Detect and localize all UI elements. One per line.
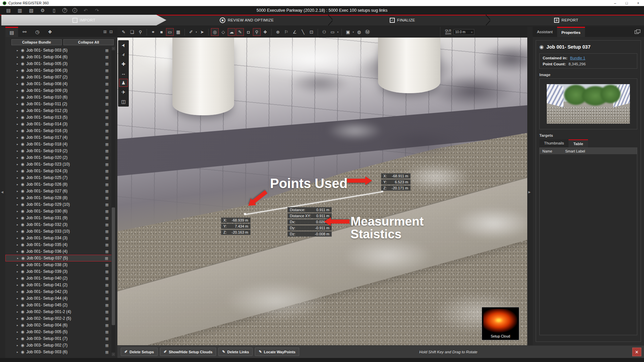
setup-image-icon[interactable]: ▦	[105, 189, 109, 193]
view-tool-icon[interactable]: ♟	[119, 79, 128, 87]
expand-arrow-icon[interactable]: ▸	[17, 263, 21, 266]
view-tool-icon[interactable]: ➢	[119, 51, 128, 59]
tab-assistant[interactable]: Assistant	[533, 27, 557, 37]
setup-image-icon[interactable]: ▦	[105, 102, 109, 106]
setup-tree-item[interactable]: ▸ ◉ Job 001- Setup 012 (3) ▦	[5, 107, 112, 114]
setup-image-icon[interactable]: ▦	[105, 169, 109, 173]
sidebar-tab[interactable]: ⚯	[18, 27, 31, 37]
setup-tree-item[interactable]: ▸ ◉ Job 001- Setup 011 (2) ▦	[5, 101, 112, 107]
setup-tree-item[interactable]: ▸ ◉ Job 001- Setup 010 (6) ▦	[5, 94, 112, 101]
setup-tree-item[interactable]: ▸ ◉ Job 001- Setup 042 (3) ▦	[5, 288, 112, 295]
expand-arrow-icon[interactable]: ▸	[17, 230, 21, 233]
expand-arrow-icon[interactable]: ▸	[17, 277, 21, 280]
column-smart-label[interactable]: Smart Label	[564, 149, 637, 153]
toolbar-icon[interactable]: ∠ ▾	[291, 28, 299, 36]
setup-image-icon[interactable]: ▦	[105, 115, 109, 120]
expand-arrow-icon[interactable]: ▸	[17, 129, 21, 132]
expand-arrow-icon[interactable]: ▸	[17, 344, 21, 347]
expand-arrow-icon[interactable]: ▸	[17, 270, 21, 273]
setup-tree-item[interactable]: ▸ ◉ Job 001- Setup 040 (2) ▦	[5, 275, 112, 282]
toolbar-icon[interactable]: ⚇ ▾	[320, 28, 328, 36]
bundle-link[interactable]: Bundle 1	[570, 56, 585, 60]
expand-arrow-icon[interactable]: ▸	[17, 330, 21, 334]
setup-image-icon[interactable]: ▦	[105, 337, 109, 341]
setup-image-icon[interactable]: ▦	[105, 243, 109, 247]
bottom-bar-button[interactable]: ✎ Delete Links	[218, 348, 253, 356]
expand-arrow-icon[interactable]: ▸	[17, 190, 21, 193]
close-button[interactable]: ×	[637, 1, 639, 5]
expand-arrow-icon[interactable]: ▸	[17, 69, 21, 72]
setup-tree-item[interactable]: ▸ ◉ Job 001- Setup 003 (5) ▦	[5, 47, 112, 54]
toolbar-icon[interactable]: ▾	[184, 29, 185, 36]
toolbar-icon[interactable]: ✎ ▾	[120, 28, 127, 36]
setup-image-icon[interactable]: ▦	[105, 68, 109, 73]
expand-arrow-icon[interactable]: ▸	[17, 62, 21, 65]
dropdown-caret-icon[interactable]: ▾	[353, 31, 354, 34]
menu-icon[interactable]: i	[72, 8, 77, 13]
toolbar-icon[interactable]: ⚲ ▾	[137, 28, 144, 36]
expand-arrow-icon[interactable]: ▸	[17, 163, 21, 166]
setup-tree-item[interactable]: ▸ ◉ Job 002- Setup 005 (5) ▦	[5, 328, 112, 335]
toolbar-icon[interactable]: ◎ ▾	[211, 28, 219, 36]
setup-image-icon[interactable]: ▦	[105, 296, 109, 301]
setup-image-icon[interactable]: ▦	[105, 330, 109, 334]
setup-tree-item[interactable]: ▸ ◉ Job 001- Setup 032 (3) ▦	[5, 221, 112, 228]
toolbar-icon[interactable]: ■ ▾	[158, 28, 165, 36]
setup-tree-item[interactable]: ▸ ◉ Job 001- Setup 007 (2) ▦	[5, 74, 112, 80]
setup-tree-item[interactable]: ▸ ◉ Job 001- Setup 038 (3) ▦	[5, 261, 112, 268]
toolbar-icon[interactable]: ▾	[318, 29, 318, 36]
expand-arrow-icon[interactable]: ▸	[17, 89, 21, 92]
setup-image-icon[interactable]: ▦	[105, 316, 109, 321]
menu-icon[interactable]: ▯	[51, 8, 57, 13]
setup-image-icon[interactable]: ▦	[105, 276, 109, 281]
expand-arrow-icon[interactable]: ▸	[17, 210, 21, 213]
menu-icon[interactable]: ↶	[83, 8, 89, 13]
setup-image-icon[interactable]: ▦	[105, 269, 109, 274]
setup-tree-item[interactable]: ▸ ◉ Job 003- Setup 001 (7) ▦	[5, 335, 112, 342]
setup-image-icon[interactable]: ▦	[105, 176, 109, 180]
expand-arrow-icon[interactable]: ▸	[17, 76, 21, 79]
setup-tree-item[interactable]: ▸ ◉ Job 001- Setup 009 (3) ▦	[5, 87, 112, 94]
toolbar-icon[interactable]: ▦ ▾	[174, 28, 182, 36]
setup-tree-item[interactable]: ▸ ◉ Job 001- Setup 031 (9) ▦	[5, 215, 112, 221]
setup-tree-item[interactable]: ▸ ◉ Job 002- Setup 002-2 (5) ▦	[5, 315, 112, 322]
setup-image-icon[interactable]: ▦	[105, 223, 109, 227]
setup-tree-item[interactable]: ▸ ◉ Job 001- Setup 025 (7) ▦	[5, 174, 112, 181]
expand-arrow-icon[interactable]: ▸	[17, 243, 21, 246]
setup-tree-item[interactable]: ▸ ◉ Job 001- Setup 035 (4) ▦	[5, 241, 112, 248]
toolbar-icon[interactable]: ▭ ▾	[329, 28, 336, 36]
sidebar-tab[interactable]: ◷	[31, 27, 44, 37]
menu-icon[interactable]: ⚙	[40, 8, 46, 13]
expand-arrow-icon[interactable]: ▸	[17, 304, 21, 307]
expand-arrow-icon[interactable]: ▸	[17, 237, 21, 240]
toolbar-icon[interactable]: ⚲ ▾	[253, 28, 261, 36]
bottom-bar-button[interactable]: ✎ Locate WayPoints	[255, 348, 299, 356]
minimize-button[interactable]: –	[614, 1, 616, 5]
setup-panorama-thumbnail[interactable]	[547, 84, 630, 124]
workflow-step-report[interactable]: ≣ REPORT	[554, 15, 578, 25]
toolbar-icon[interactable]: ⊡ ▾	[308, 28, 315, 36]
toolbar-icon[interactable]: Ⓜ ▾	[364, 28, 371, 36]
bundle-tool-icon[interactable]: ⊞	[103, 29, 107, 34]
setup-tree-item[interactable]: ▸ ◉ Job 001- Setup 023 (10) ▦	[5, 161, 112, 168]
dropdown-caret-icon[interactable]: ▾	[196, 31, 197, 34]
setup-image-icon[interactable]: ▦	[105, 149, 109, 153]
setup-image-icon[interactable]: ▦	[105, 263, 109, 267]
setup-tree-item[interactable]: ▸ ◉ Job 001- Setup 019 (2) ▦	[5, 147, 112, 154]
setup-tree-item[interactable]: ▸ ◉ Job 001- Setup 028 (8) ▦	[5, 194, 112, 201]
setup-image-icon[interactable]: ▦	[105, 209, 109, 214]
expand-arrow-icon[interactable]: ▸	[17, 82, 21, 85]
setup-cloud-thumbnail[interactable]: Setup Cloud	[482, 307, 519, 340]
toolbar-icon[interactable]: ◍ ▾	[355, 28, 363, 36]
expand-arrow-icon[interactable]: ▸	[17, 223, 21, 226]
setup-tree-item[interactable]: ▸ ◉ Job 001- Setup 014 (3) ▦	[5, 121, 112, 127]
toolbar-icon[interactable]: ❖ ▾	[261, 28, 269, 36]
setup-image-icon[interactable]: ▦	[105, 303, 109, 307]
setup-image-icon[interactable]: ▦	[105, 343, 109, 348]
expand-arrow-icon[interactable]: ▸	[17, 170, 21, 173]
toolbar-icon[interactable]: ╲ ▾	[299, 28, 307, 36]
workflow-step-finalize[interactable]: ✓ FINALIZE	[390, 15, 415, 25]
setup-image-icon[interactable]: ▦	[105, 249, 109, 254]
expand-arrow-icon[interactable]: ▸	[17, 176, 21, 179]
setup-image-icon[interactable]: ▦	[105, 82, 109, 86]
